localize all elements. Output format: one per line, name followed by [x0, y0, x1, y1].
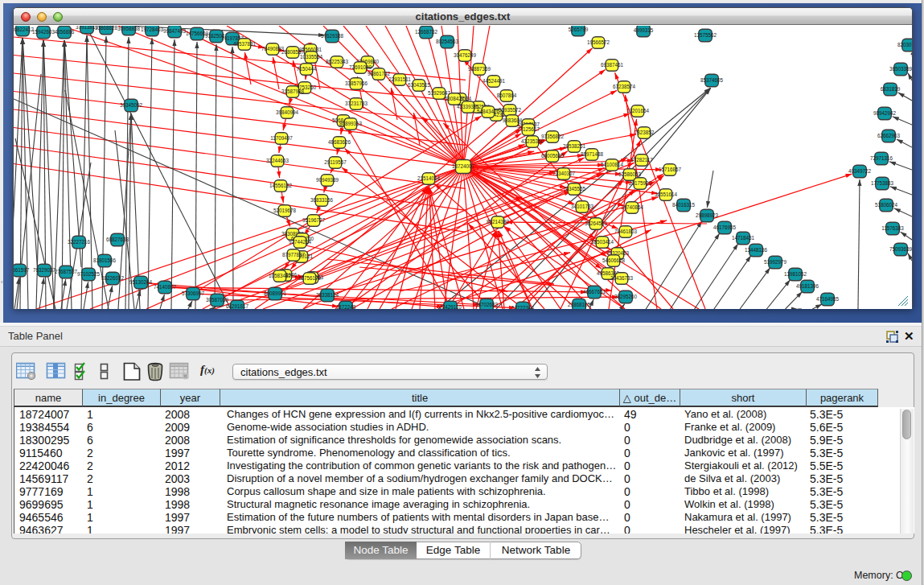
svg-text:19740864: 19740864 [621, 204, 644, 210]
svg-text:13448136: 13448136 [745, 247, 768, 253]
svg-text:54100814: 54100814 [601, 162, 624, 167]
svg-text:97102525: 97102525 [77, 271, 101, 277]
svg-text:49537831: 49537831 [233, 41, 257, 47]
svg-text:29119557: 29119557 [324, 159, 347, 165]
svg-text:36264581: 36264581 [585, 220, 608, 226]
svg-text:44524491: 44524491 [483, 78, 506, 84]
svg-text:27687537: 27687537 [55, 269, 78, 274]
svg-text:32227216: 32227216 [68, 239, 91, 245]
svg-text:11709497: 11709497 [270, 135, 293, 141]
svg-text:6831819: 6831819 [881, 86, 901, 92]
svg-text:88971488: 88971488 [581, 151, 604, 157]
svg-text:12668732: 12668732 [415, 29, 438, 35]
svg-text:14556182: 14556182 [269, 183, 293, 188]
svg-text:49181396: 49181396 [796, 283, 819, 289]
svg-text:38295260: 38295260 [614, 294, 638, 299]
svg-text:57306997: 57306997 [182, 290, 205, 296]
svg-text:40349722: 40349722 [848, 168, 872, 174]
svg-text:15716857: 15716857 [659, 167, 682, 172]
svg-text:90949389: 90949389 [316, 177, 339, 183]
svg-text:85214382: 85214382 [487, 219, 510, 225]
svg-text:33857966: 33857966 [345, 80, 368, 86]
svg-text:77125617: 77125617 [517, 126, 540, 132]
svg-text:30476249: 30476249 [454, 52, 477, 58]
svg-text:51929647: 51929647 [428, 90, 451, 96]
svg-text:5308421: 5308421 [445, 96, 465, 101]
svg-text:13981052: 13981052 [784, 271, 807, 277]
svg-text:10583482: 10583482 [269, 273, 292, 278]
svg-text:21514014: 21514014 [417, 175, 441, 181]
svg-text:92887369: 92887369 [468, 66, 491, 72]
svg-text:47164955: 47164955 [816, 296, 840, 302]
svg-text:46176955: 46176955 [713, 225, 737, 230]
svg-text:22931511: 22931511 [388, 76, 411, 82]
svg-text:94702683: 94702683 [475, 302, 499, 307]
svg-text:30587039: 30587039 [206, 297, 229, 303]
svg-text:86899313: 86899313 [339, 121, 363, 126]
svg-text:88226012: 88226012 [101, 275, 125, 281]
svg-text:84016315: 84016315 [672, 202, 696, 208]
svg-text:62662963: 62662963 [877, 133, 901, 138]
svg-text:19566572: 19566572 [587, 39, 610, 45]
svg-text:30958838: 30958838 [117, 26, 141, 31]
svg-text:36833156: 36833156 [310, 197, 334, 203]
svg-text:43235350: 43235350 [521, 138, 544, 144]
svg-text:30436733: 30436733 [610, 275, 634, 281]
svg-text:7150444: 7150444 [297, 66, 317, 72]
svg-text:98942942: 98942942 [873, 110, 897, 116]
svg-text:17753883: 17753883 [871, 180, 894, 186]
svg-text:82756179: 82756179 [298, 275, 322, 281]
svg-text:13201654: 13201654 [626, 108, 650, 113]
svg-text:22429110: 22429110 [439, 304, 462, 309]
svg-text:58503414: 58503414 [591, 239, 614, 245]
svg-text:97356822: 97356822 [541, 134, 565, 139]
svg-text:86225343: 86225343 [326, 59, 349, 64]
svg-text:99847493: 99847493 [163, 28, 187, 34]
svg-text:87282117: 87282117 [630, 157, 653, 163]
svg-text:34101783: 34101783 [571, 204, 594, 209]
svg-text:68827638: 68827638 [106, 237, 129, 242]
svg-text:31587988: 31587988 [281, 89, 305, 94]
svg-text:79461803: 79461803 [614, 229, 638, 234]
svg-text:33868828: 33868828 [95, 26, 118, 31]
svg-text:14718431: 14718431 [732, 235, 755, 241]
svg-text:76329037: 76329037 [33, 267, 56, 273]
svg-text:46667651: 46667651 [583, 289, 606, 295]
svg-text:85374605: 85374605 [700, 77, 724, 83]
svg-text:72971316: 72971316 [870, 155, 893, 161]
svg-text:11576383: 11576383 [881, 225, 904, 231]
svg-text:73340307: 73340307 [552, 171, 576, 176]
svg-text:10335534: 10335534 [300, 54, 323, 60]
svg-text:13575562: 13575562 [694, 32, 717, 38]
svg-text:29538251: 29538251 [563, 143, 586, 149]
svg-text:54843426: 54843426 [477, 109, 500, 114]
svg-text:57722344: 57722344 [511, 305, 535, 309]
svg-text:69387461: 69387461 [601, 62, 624, 68]
svg-text:76345555: 76345555 [563, 186, 586, 192]
svg-text:7323852: 7323852 [634, 130, 655, 135]
svg-text:54606628: 54606628 [602, 257, 626, 263]
svg-text:1872248: 1872248 [336, 304, 356, 309]
svg-text:62586053: 62586053 [618, 171, 642, 177]
svg-text:51806024: 51806024 [875, 202, 898, 208]
svg-text:81801586: 81801586 [93, 257, 117, 263]
svg-text:4999315: 4999315 [634, 27, 654, 33]
svg-text:95130244: 95130244 [129, 279, 153, 285]
svg-text:68005685: 68005685 [541, 153, 565, 159]
svg-text:67238574: 67238574 [613, 84, 636, 89]
svg-text:29898923: 29898923 [696, 212, 719, 218]
svg-text:19728463: 19728463 [141, 27, 164, 32]
svg-text:30345092: 30345092 [120, 102, 143, 108]
svg-text:86822412: 86822412 [14, 27, 34, 32]
svg-text:18724007: 18724007 [452, 163, 475, 169]
svg-text:82030736: 82030736 [897, 42, 912, 47]
svg-text:95196727: 95196727 [302, 217, 326, 223]
svg-text:61291817: 61291817 [226, 303, 249, 309]
svg-text:51992979: 51992979 [764, 259, 787, 265]
svg-text:57629388: 57629388 [321, 33, 344, 39]
svg-text:36935572: 36935572 [499, 107, 522, 113]
svg-text:8507864: 8507864 [497, 93, 517, 98]
svg-text:87977837: 87977837 [282, 252, 306, 257]
svg-text:4356886: 4356886 [55, 29, 75, 35]
svg-text:20175900: 20175900 [629, 180, 652, 186]
